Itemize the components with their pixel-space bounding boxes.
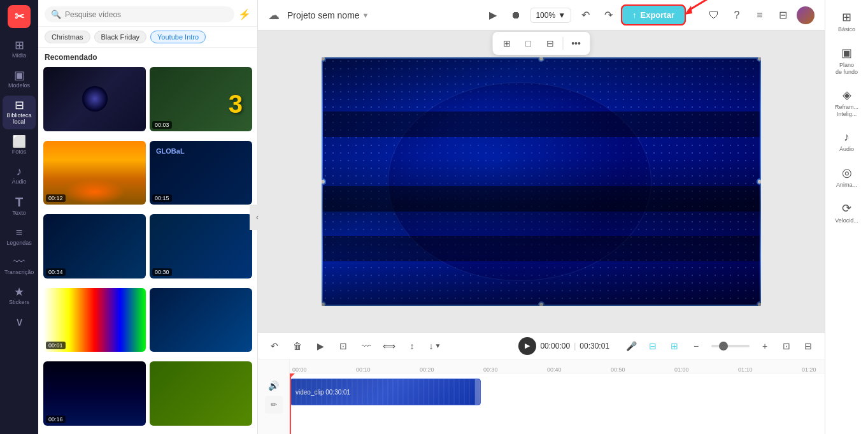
anima-icon: ◎ — [842, 166, 852, 180]
timeline-tool-undo[interactable]: ↶ — [266, 337, 283, 355]
biblioteca-icon: ⊟ — [15, 99, 24, 111]
timeline-tool-delete[interactable]: 🗑 — [288, 337, 306, 355]
legendas-icon: ≡ — [16, 227, 23, 238]
media-thumb-3[interactable]: 00:12 — [43, 141, 146, 205]
track-volume-icon[interactable]: 🔊 — [268, 380, 279, 391]
zoom-select[interactable]: 100% ▼ — [530, 8, 571, 23]
timeline-tool-crop[interactable]: ⊡ — [334, 337, 352, 355]
right-tool-velocid[interactable]: ⟳ Velocid... — [828, 196, 866, 229]
media-thumb-4[interactable]: 00:15 GLOBaL — [150, 141, 252, 205]
undo-button[interactable]: ↶ — [576, 6, 594, 24]
handle-top[interactable] — [538, 57, 544, 62]
stickers-icon: ★ — [14, 286, 24, 298]
timeline-content: 🔊 ✏ 00:00 00:10 00:20 00:30 00:40 00:50 … — [258, 359, 825, 434]
timeline-tool-audio[interactable]: 〰 — [357, 337, 375, 355]
search-box: 🔍 — [45, 6, 234, 22]
panel-collapse-button[interactable]: ‹ — [250, 205, 265, 230]
sidebar-item-audio[interactable]: ♪ Áudio — [3, 162, 36, 189]
right-tool-plano[interactable]: ▣ Planode fundo — [828, 41, 866, 81]
right-tool-refram[interactable]: ◈ Refram...Intelig... — [828, 83, 866, 123]
handle-bottom-left[interactable] — [322, 301, 326, 306]
timeline-tool-download[interactable]: ↓▼ — [426, 337, 444, 355]
help-icon[interactable]: ? — [728, 6, 746, 24]
playback-play-button[interactable]: ▶ — [518, 337, 536, 355]
handle-bottom[interactable] — [538, 301, 544, 306]
list-icon[interactable]: ≡ — [751, 6, 769, 24]
handle-left[interactable] — [322, 178, 326, 185]
timeline-tool-flip[interactable]: ↕ — [403, 337, 421, 355]
timeline-playhead[interactable] — [290, 373, 291, 434]
media-thumb-5[interactable]: 00:34 — [43, 214, 146, 278]
filter-icon[interactable]: ⚡ — [238, 8, 251, 20]
media-thumb-8[interactable] — [150, 288, 252, 352]
sidebar-item-legendas[interactable]: ≡ Legendas — [3, 223, 36, 250]
timeline-zoom-in[interactable]: + — [756, 337, 774, 355]
timeline-icon-active-2[interactable]: ⊞ — [665, 337, 683, 355]
media-thumb-10[interactable] — [150, 361, 252, 426]
handle-top-right[interactable] — [757, 57, 761, 62]
sidebar-item-audio-label: Áudio — [11, 178, 26, 185]
media-thumb-7[interactable]: 00:01 — [43, 288, 146, 352]
canvas-tool-crop[interactable]: ⊟ — [541, 34, 559, 52]
user-avatar[interactable] — [797, 6, 815, 24]
sidebar-item-stickers[interactable]: ★ Stickers — [3, 282, 36, 310]
export-button[interactable]: ↑ Exportar — [622, 6, 685, 24]
sidebar-item-texto[interactable]: T Texto — [3, 192, 36, 221]
current-time: 00:00:00 — [540, 342, 570, 351]
timeline-icon-active-1[interactable]: ⊟ — [644, 337, 662, 355]
right-tool-audio[interactable]: ♪ Áudio — [828, 126, 866, 158]
canvas-tool-expand[interactable]: ⊞ — [498, 34, 516, 52]
timeline-settings-icon[interactable]: ⊟ — [799, 337, 817, 355]
sidebar-item-transcricao[interactable]: 〰 Transcrição — [3, 252, 36, 280]
media-thumb-2[interactable]: 00:03 — [150, 67, 252, 131]
sidebar-item-fotos[interactable]: ⬜ Fotos — [3, 132, 36, 159]
refram-icon: ◈ — [843, 88, 851, 102]
search-icon: 🔍 — [51, 10, 61, 19]
video-canvas[interactable] — [322, 57, 761, 306]
preview-play-button[interactable]: ▶ — [484, 6, 502, 24]
canvas-tool-more[interactable]: ••• — [567, 34, 585, 52]
timeline-tool-play-clip[interactable]: ▶ — [311, 337, 329, 355]
tag-youtube-intro[interactable]: Youtube Intro — [150, 31, 206, 43]
right-tool-basico[interactable]: ⊞ Básico — [828, 5, 866, 38]
sidebar-item-midia[interactable]: ⊞ Mídia — [3, 36, 36, 63]
handle-top-left[interactable] — [322, 57, 326, 62]
split-view-icon[interactable]: ⊟ — [774, 6, 792, 24]
tag-christmas[interactable]: Christmas — [45, 31, 90, 43]
record-button[interactable]: ⏺ — [507, 6, 525, 24]
tag-black-friday[interactable]: Black Friday — [94, 31, 147, 43]
canvas-toolbar: ⊞ □ ⊟ ••• — [493, 32, 590, 55]
media-thumb-6[interactable]: 00:30 — [150, 214, 252, 278]
media-duration-7: 00:01 — [46, 342, 66, 349]
app-logo[interactable]: ✂ — [8, 5, 31, 28]
shield-icon[interactable]: 🛡 — [705, 6, 723, 24]
search-input[interactable] — [65, 10, 228, 19]
media-thumb-1[interactable] — [43, 67, 146, 131]
modelos-icon: ▣ — [14, 69, 25, 81]
cloud-icon[interactable]: ☁ — [268, 8, 280, 22]
media-thumb-9[interactable]: 00:16 — [43, 361, 146, 426]
project-name[interactable]: Projeto sem nome ▼ — [287, 10, 369, 20]
horizontal-bar-1 — [322, 112, 761, 137]
clip-right-handle[interactable] — [475, 379, 480, 405]
canvas-tool-frame[interactable]: □ — [520, 34, 537, 52]
video-clip[interactable]: video_clip 00:30:01 — [290, 379, 481, 405]
timeline-zoom-slider[interactable] — [711, 345, 750, 347]
fullscreen-icon[interactable]: ⊡ — [778, 337, 795, 355]
redo-button[interactable]: ↷ — [599, 6, 617, 24]
sidebar-item-modelos[interactable]: ▣ Modelos — [3, 66, 36, 93]
handle-bottom-right[interactable] — [757, 301, 761, 306]
svg-marker-1 — [685, 6, 692, 15]
timeline-zoom-out[interactable]: − — [687, 337, 705, 355]
track-edit-button[interactable]: ✏ — [265, 396, 283, 414]
zoom-chevron: ▼ — [558, 11, 566, 20]
timeline-tool-split[interactable]: ⟺ — [380, 337, 398, 355]
plano-label: Planode fundo — [836, 62, 858, 76]
microphone-icon[interactable]: 🎤 — [622, 337, 640, 355]
sidebar-item-biblioteca[interactable]: ⊟ Bibliotecalocal — [3, 96, 36, 130]
sidebar-item-more[interactable]: ∨ — [3, 312, 36, 331]
timeline-icons: 🎤 ⊟ ⊞ − + ⊡ ⊟ — [622, 337, 817, 355]
right-tool-anima[interactable]: ◎ Anima... — [828, 161, 866, 194]
timeline-zoom-handle[interactable] — [719, 342, 728, 351]
handle-right[interactable] — [757, 178, 761, 185]
